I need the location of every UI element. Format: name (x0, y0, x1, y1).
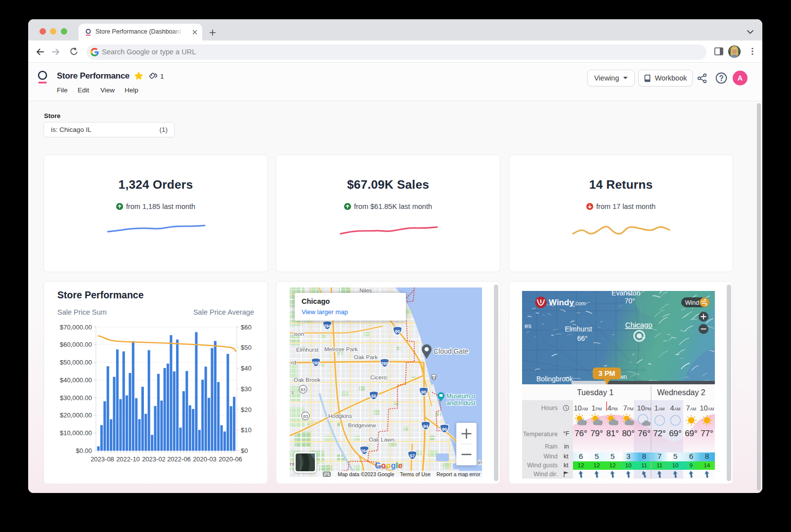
svg-text:8: 8 (705, 452, 709, 460)
svg-text:rd: rd (291, 360, 296, 366)
svg-text:7: 7 (658, 452, 662, 460)
svg-text:kt: kt (564, 453, 569, 460)
svg-text:76°: 76° (638, 429, 651, 438)
svg-text:Chicago: Chicago (302, 297, 330, 305)
svg-text:°F: °F (563, 430, 570, 437)
svg-text:2023-08: 2023-08 (90, 455, 114, 463)
svg-text:83: 83 (301, 387, 306, 392)
svg-text:Report a map error: Report a map error (437, 471, 481, 477)
svg-text:3 PM: 3 PM (599, 369, 615, 377)
svg-text:$40: $40 (241, 365, 252, 372)
svg-text:12: 12 (594, 462, 600, 468)
svg-text:Niles: Niles (359, 287, 372, 293)
svg-text:90: 90 (442, 427, 447, 432)
svg-text:66°: 66° (577, 334, 587, 342)
svg-text:83: 83 (303, 414, 308, 419)
svg-text:Bridgeview: Bridgeview (348, 422, 376, 428)
svg-text:Tuesday 1: Tuesday 1 (577, 388, 614, 397)
svg-text:5: 5 (673, 452, 678, 460)
svg-text:2022-06: 2022-06 (167, 455, 191, 463)
svg-text:Elmhurst: Elmhurst (565, 325, 592, 333)
svg-text:in: in (564, 443, 569, 450)
svg-text:6: 6 (689, 452, 694, 460)
svg-text:$20,000.00: $20,000.00 (60, 411, 92, 419)
svg-text:$60,000.00: $60,000.00 (60, 341, 92, 348)
svg-text:294: 294 (323, 324, 331, 328)
svg-text:$0: $0 (241, 447, 248, 454)
svg-text:2023-02: 2023-02 (142, 455, 166, 463)
svg-text:12: 12 (578, 462, 584, 468)
svg-text:$40,000.00: $40,000.00 (60, 376, 92, 384)
svg-text:294: 294 (360, 449, 368, 453)
svg-text:kt: kt (564, 462, 569, 469)
svg-text:Wind: Wind (685, 299, 700, 306)
svg-text:10: 10 (625, 462, 632, 468)
svg-text:90: 90 (395, 329, 400, 334)
svg-text:77°: 77° (701, 429, 713, 438)
svg-text:Museum o: Museum o (446, 393, 475, 400)
svg-text:Oak Park: Oak Park (354, 354, 378, 360)
svg-text:$50: $50 (241, 344, 252, 351)
svg-text:2020-06: 2020-06 (219, 455, 242, 463)
svg-text:11: 11 (641, 462, 647, 468)
svg-text:Cicero: Cicero (370, 374, 387, 380)
svg-text:2020-03: 2020-03 (193, 455, 217, 463)
svg-text:290: 290 (381, 361, 388, 366)
svg-text:3: 3 (626, 452, 631, 460)
svg-text:Chicago: Chicago (625, 321, 652, 329)
svg-text:Wind dir.: Wind dir. (533, 471, 558, 478)
svg-text:94: 94 (423, 424, 428, 429)
svg-text:90: 90 (421, 390, 426, 395)
svg-text:$30: $30 (241, 385, 252, 393)
svg-text:41: 41 (432, 375, 437, 380)
svg-text:$60: $60 (241, 325, 252, 331)
svg-text:Evanston: Evanston (612, 291, 640, 297)
svg-text:72°: 72° (653, 429, 666, 438)
svg-text:Terms of Use: Terms of Use (400, 471, 431, 477)
svg-text:View larger map: View larger map (302, 308, 348, 316)
svg-text:6: 6 (579, 452, 583, 460)
svg-text:Map data ©2023 Google: Map data ©2023 Google (338, 471, 395, 477)
svg-text:Melrose Park: Melrose Park (324, 346, 358, 352)
svg-text:5: 5 (595, 452, 599, 460)
svg-text:55: 55 (371, 394, 376, 399)
svg-text:12: 12 (610, 462, 616, 468)
svg-text:Wind: Wind (544, 453, 558, 460)
svg-text:Cloud Gate: Cloud Gate (434, 347, 469, 355)
svg-text:Hours: Hours (541, 405, 558, 411)
svg-text:290: 290 (312, 361, 319, 366)
svg-text:80°: 80° (622, 429, 635, 438)
svg-text:69°: 69° (685, 429, 698, 438)
svg-text:Temperature: Temperature (523, 431, 558, 438)
svg-text:$20: $20 (241, 406, 252, 413)
svg-text:ison: ison (294, 331, 304, 337)
svg-text:79°: 79° (590, 429, 603, 438)
svg-text:$30,000.00: $30,000.00 (60, 394, 92, 402)
svg-text:$10,000.00: $10,000.00 (60, 429, 92, 437)
svg-text:Bolingbrook: Bolingbrook (536, 375, 573, 383)
svg-text:5: 5 (611, 452, 615, 460)
svg-text:11: 11 (657, 462, 662, 468)
svg-text:10: 10 (672, 462, 679, 468)
svg-text:$70,000.00: $70,000.00 (60, 325, 92, 331)
svg-text:Elmhurst: Elmhurst (296, 347, 319, 353)
svg-text:$50,000.00: $50,000.00 (60, 359, 92, 366)
svg-text:9: 9 (690, 462, 693, 468)
svg-text:Rain: Rain (545, 443, 558, 450)
svg-text:14: 14 (704, 462, 710, 468)
svg-text:and Indust: and Indust (446, 400, 476, 407)
svg-text:8: 8 (642, 452, 647, 460)
svg-text:81°: 81° (606, 429, 619, 438)
svg-text:in: in (478, 459, 482, 465)
svg-text:nt: nt (290, 461, 295, 467)
svg-text:57: 57 (410, 453, 415, 458)
svg-text:$10: $10 (241, 426, 252, 434)
svg-text:Hodgkins: Hodgkins (328, 413, 352, 419)
svg-text:s: s (291, 389, 294, 395)
svg-text:$0.00: $0.00 (76, 447, 92, 454)
svg-text:Oak Lawn: Oak Lawn (369, 437, 395, 443)
svg-text:76°: 76° (574, 429, 587, 438)
svg-text:es: es (525, 322, 531, 329)
svg-text:2022-10: 2022-10 (116, 455, 140, 463)
svg-text:Google: Google (375, 461, 402, 470)
